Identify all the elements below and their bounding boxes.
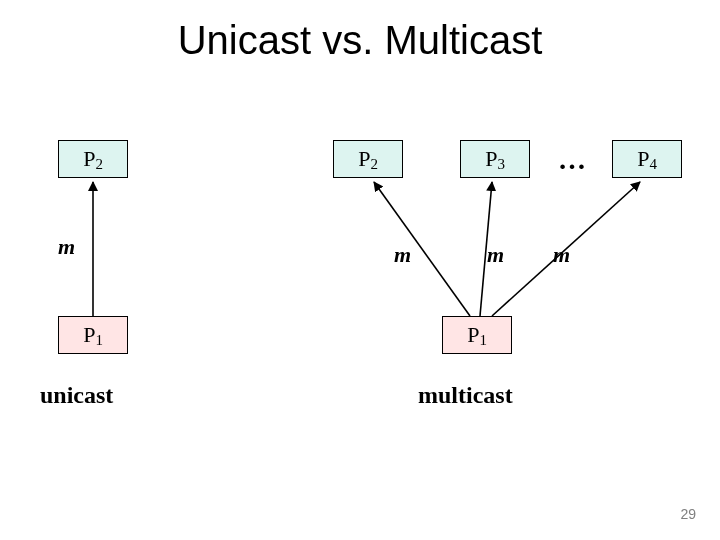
unicast-dest-sub: 2 <box>95 156 103 172</box>
page-number: 29 <box>680 506 696 522</box>
unicast-src-sub: 1 <box>95 332 103 348</box>
multicast-dest2-label: P <box>485 146 497 171</box>
multicast-dest1-node: P2 <box>333 140 403 178</box>
multicast-src-sub: 1 <box>479 332 487 348</box>
slide-title: Unicast vs. Multicast <box>0 18 720 63</box>
multicast-dest1-label: P <box>358 146 370 171</box>
unicast-dest-node: P2 <box>58 140 128 178</box>
multicast-m3-label: m <box>553 242 570 268</box>
multicast-dest3-label: P <box>637 146 649 171</box>
unicast-dest-label: P <box>83 146 95 171</box>
ellipsis-label: … <box>558 144 588 176</box>
multicast-m2-label: m <box>487 242 504 268</box>
multicast-src-node: P1 <box>442 316 512 354</box>
multicast-arrow-1 <box>374 182 470 316</box>
diagram-stage: P2 P1 m unicast P2 P3 … P4 P1 m m m mult… <box>0 120 720 480</box>
multicast-caption: multicast <box>418 382 513 409</box>
unicast-src-node: P1 <box>58 316 128 354</box>
multicast-dest3-node: P4 <box>612 140 682 178</box>
multicast-dest2-sub: 3 <box>497 156 505 172</box>
multicast-dest2-node: P3 <box>460 140 530 178</box>
unicast-caption: unicast <box>40 382 113 409</box>
multicast-m1-label: m <box>394 242 411 268</box>
unicast-m-label: m <box>58 234 75 260</box>
unicast-src-label: P <box>83 322 95 347</box>
multicast-src-label: P <box>467 322 479 347</box>
multicast-dest1-sub: 2 <box>370 156 378 172</box>
multicast-dest3-sub: 4 <box>649 156 657 172</box>
